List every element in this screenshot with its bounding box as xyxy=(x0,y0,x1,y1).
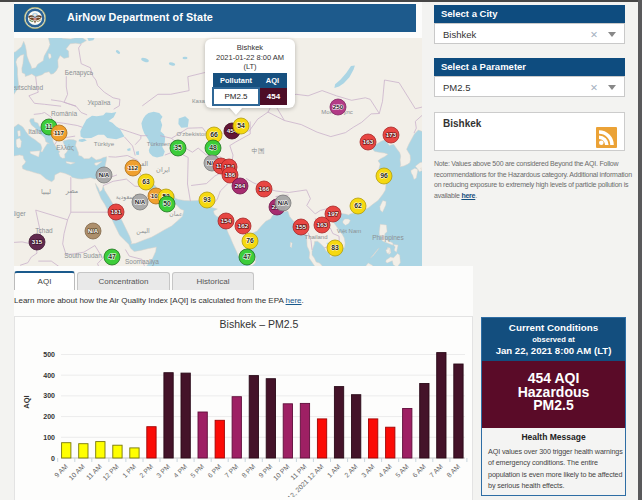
svg-text:166: 166 xyxy=(259,185,270,192)
svg-text:中国: 中国 xyxy=(252,147,265,154)
svg-text:عمان: عمان xyxy=(169,211,182,217)
svg-text:AQI: AQI xyxy=(22,395,31,408)
svg-text:اليمن: اليمن xyxy=(136,228,150,235)
svg-text:93: 93 xyxy=(203,196,211,203)
svg-text:186: 186 xyxy=(225,171,236,178)
svg-text:South Sudan: South Sudan xyxy=(64,252,102,259)
svg-text:Ελλάς: Ελλάς xyxy=(56,144,74,152)
svg-text:Italia: Italia xyxy=(28,128,42,135)
svg-text:197: 197 xyxy=(328,210,339,217)
svg-text:66: 66 xyxy=(210,131,218,138)
svg-text:O'zbekiston: O'zbekiston xyxy=(176,131,207,137)
svg-text:Bishkek – PM2.5: Bishkek – PM2.5 xyxy=(220,318,299,330)
svg-text:5 AM: 5 AM xyxy=(394,463,410,479)
svg-text:4 AM: 4 AM xyxy=(377,463,393,479)
svg-text:N/A: N/A xyxy=(135,198,146,205)
svg-text:250: 250 xyxy=(333,103,344,110)
svg-text:Deutschland: Deutschland xyxy=(14,84,43,91)
svg-text:7 AM: 7 AM xyxy=(428,463,444,479)
svg-text:500: 500 xyxy=(43,351,55,358)
svg-text:Philippines: Philippines xyxy=(372,234,404,242)
svg-text:112: 112 xyxy=(128,164,139,171)
svg-text:96: 96 xyxy=(380,172,388,179)
svg-text:163: 163 xyxy=(317,221,328,228)
svg-text:1 PM: 1 PM xyxy=(121,463,137,479)
svg-text:163: 163 xyxy=(363,138,374,145)
svg-text:N/A: N/A xyxy=(99,171,110,178)
svg-text:Việt Nam: Việt Nam xyxy=(337,228,362,234)
svg-text:63: 63 xyxy=(142,178,150,185)
svg-text:8 PM: 8 PM xyxy=(240,463,256,479)
svg-text:0: 0 xyxy=(51,455,55,462)
svg-text:7 PM: 7 PM xyxy=(223,463,239,479)
svg-text:6 PM: 6 PM xyxy=(206,463,222,479)
svg-text:3 PM: 3 PM xyxy=(155,463,171,479)
svg-text:N/A: N/A xyxy=(278,199,289,206)
svg-text:10 AM: 10 AM xyxy=(67,463,86,482)
svg-text:ايران: ايران xyxy=(156,166,170,174)
svg-text:50: 50 xyxy=(163,200,171,207)
svg-text:155: 155 xyxy=(296,223,307,230)
svg-text:315: 315 xyxy=(32,238,43,245)
svg-text:83: 83 xyxy=(331,244,339,251)
svg-text:Tchad: Tchad xyxy=(35,227,53,234)
svg-text:11 AM: 11 AM xyxy=(85,463,103,481)
svg-text:Thailand: Thailand xyxy=(304,234,327,240)
svg-text:Türkiye: Türkiye xyxy=(94,140,115,147)
svg-text:48: 48 xyxy=(209,144,217,151)
svg-text:200: 200 xyxy=(43,413,55,420)
svg-text:12 PM: 12 PM xyxy=(101,463,120,482)
svg-text:România: România xyxy=(51,110,77,117)
svg-text:10 PM: 10 PM xyxy=(272,463,291,482)
svg-text:2 AM: 2 AM xyxy=(343,463,359,479)
svg-text:117: 117 xyxy=(54,129,65,136)
svg-text:400: 400 xyxy=(43,372,55,379)
svg-text:47: 47 xyxy=(243,253,251,260)
svg-text:3 AM: 3 AM xyxy=(360,463,376,479)
svg-text:Беларусь: Беларусь xyxy=(65,69,94,77)
svg-text:100: 100 xyxy=(43,434,55,441)
svg-text:76: 76 xyxy=(246,237,254,244)
svg-text:54: 54 xyxy=(237,122,245,129)
svg-text:N/A: N/A xyxy=(88,227,99,234)
svg-text:مصر: مصر xyxy=(65,187,79,195)
svg-text:47: 47 xyxy=(108,253,116,260)
svg-text:2 PM: 2 PM xyxy=(138,463,154,479)
svg-text:162: 162 xyxy=(238,222,249,229)
svg-text:6 AM: 6 AM xyxy=(411,463,427,479)
svg-text:181: 181 xyxy=(111,208,122,215)
svg-text:4 PM: 4 PM xyxy=(172,463,188,479)
svg-text:8 AM: 8 AM xyxy=(445,463,461,479)
svg-text:Soomaaliya: Soomaaliya xyxy=(125,258,159,266)
svg-text:35: 35 xyxy=(174,144,182,151)
svg-text:264: 264 xyxy=(235,182,246,189)
svg-text:300: 300 xyxy=(43,392,55,399)
svg-text:5 PM: 5 PM xyxy=(189,463,205,479)
svg-text:173: 173 xyxy=(386,131,397,138)
svg-text:62: 62 xyxy=(354,202,362,209)
svg-text:154: 154 xyxy=(221,217,232,224)
svg-text:Україна: Україна xyxy=(88,99,111,107)
svg-text:1 AM: 1 AM xyxy=(326,463,342,479)
svg-text:ليبيا: ليبيا xyxy=(41,188,51,195)
svg-text:Niger: Niger xyxy=(14,210,27,218)
